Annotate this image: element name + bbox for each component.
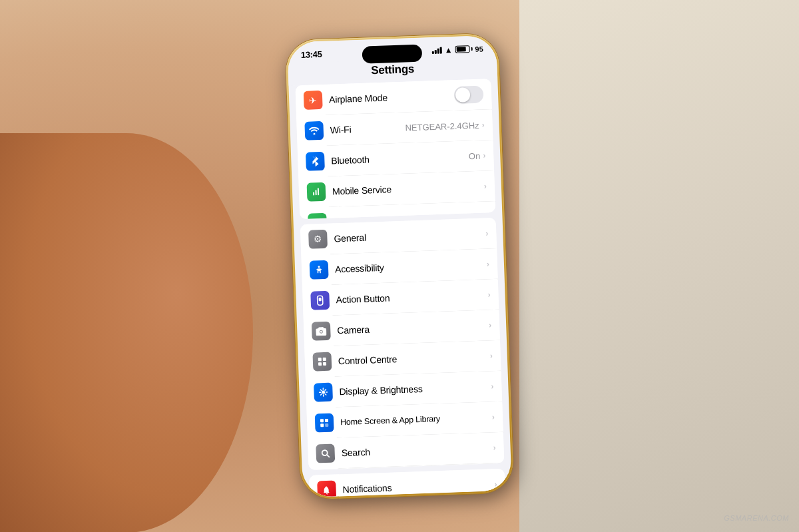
camera-icon: [312, 321, 331, 340]
wifi-icon: [304, 121, 324, 140]
hand-holding-phone: [0, 133, 253, 532]
bluetooth-icon: [306, 151, 325, 170]
dynamic-island: [362, 44, 422, 63]
svg-point-16: [322, 390, 325, 394]
accessibility-chevron: ›: [487, 259, 489, 268]
svg-rect-9: [319, 298, 322, 301]
signal-bar-2: [435, 49, 437, 53]
search-label: Search: [341, 442, 493, 458]
control-centre-icon: [312, 352, 332, 371]
svg-line-22: [325, 394, 326, 394]
airplane-mode-toggle[interactable]: [454, 85, 484, 104]
wifi-chevron: ›: [481, 120, 484, 129]
general-chevron: ›: [485, 228, 488, 238]
general-label: General: [334, 228, 485, 244]
signal-bar-1: [432, 51, 434, 53]
notifications-icon: [317, 480, 336, 497]
action-button-icon: [310, 290, 330, 310]
wifi-status-icon: ▲: [444, 45, 452, 54]
status-icons: ▲ 95: [431, 43, 483, 55]
signal-bar-3: [437, 48, 439, 53]
phone-frame: 13:45 ▲ 95: [285, 33, 514, 499]
svg-line-23: [325, 389, 326, 390]
page-title: Settings: [371, 63, 414, 77]
bluetooth-chevron: ›: [483, 150, 485, 160]
svg-line-24: [321, 394, 322, 394]
wifi-label: Wi-Fi: [330, 122, 405, 135]
action-button-label: Action Button: [336, 289, 487, 305]
display-brightness-icon: [314, 382, 333, 401]
phone-wrapper: 13:45 ▲ 95: [285, 33, 514, 499]
general-icon: ⚙: [308, 229, 328, 248]
watermark: GSMARENA.COM: [724, 514, 789, 522]
svg-rect-28: [325, 423, 328, 426]
accessibility-label: Accessibility: [335, 258, 487, 274]
bluetooth-value: On: [469, 150, 481, 161]
status-time: 13:45: [301, 49, 322, 59]
battery-status-icon: [455, 45, 472, 53]
bluetooth-label: Bluetooth: [331, 150, 469, 166]
svg-line-21: [320, 390, 321, 390]
mobile-service-chevron: ›: [484, 181, 487, 190]
airplane-mode-label: Airplane Mode: [329, 89, 454, 105]
svg-rect-27: [320, 423, 324, 427]
search-chevron: ›: [493, 443, 495, 452]
svg-rect-26: [325, 418, 328, 421]
mobile-service-label: Mobile Service: [332, 180, 484, 196]
notifications-chevron: ›: [494, 479, 497, 488]
action-button-chevron: ›: [487, 290, 490, 299]
airplane-mode-icon: ✈: [304, 90, 323, 109]
svg-rect-15: [323, 362, 326, 365]
svg-rect-0: [313, 192, 314, 195]
background-right: [519, 0, 799, 532]
control-centre-label: Control Centre: [338, 350, 490, 366]
camera-label: Camera: [337, 320, 489, 336]
personal-hotspot-icon: [308, 212, 327, 218]
svg-rect-14: [318, 362, 322, 366]
search-icon: [316, 443, 335, 463]
svg-rect-1: [315, 190, 316, 195]
settings-content: ✈ Airplane Mode: [288, 78, 511, 497]
notifications-section: Notifications ›: [309, 468, 505, 497]
wifi-value: NETGEAR-2.4GHz: [405, 120, 479, 133]
svg-rect-12: [318, 358, 322, 361]
svg-rect-2: [318, 188, 319, 195]
phone-screen: 13:45 ▲ 95: [287, 35, 512, 497]
home-screen-label: Home Screen & App Library: [340, 412, 492, 427]
mobile-service-icon: [307, 182, 326, 201]
display-brightness-chevron: ›: [491, 382, 493, 391]
home-screen-chevron: ›: [492, 412, 495, 421]
notifications-label: Notifications: [342, 478, 494, 494]
svg-rect-13: [323, 357, 326, 360]
signal-bar-4: [439, 47, 441, 53]
accessibility-icon: [310, 260, 329, 279]
svg-point-7: [318, 266, 320, 268]
battery-percentage: 95: [475, 44, 483, 52]
connectivity-section: ✈ Airplane Mode: [295, 79, 495, 219]
svg-line-30: [327, 455, 329, 457]
signal-bars-icon: [431, 47, 441, 54]
personal-hotspot-label: Personal Hotspot: [333, 212, 471, 219]
general-settings-section: ⚙ General › Accessibility ›: [300, 217, 505, 469]
display-brightness-label: Display & Brightness: [339, 381, 491, 397]
control-centre-chevron: ›: [490, 351, 493, 360]
camera-chevron: ›: [489, 320, 491, 330]
home-screen-icon: [315, 413, 334, 432]
svg-rect-25: [320, 419, 324, 422]
notifications-row[interactable]: Notifications ›: [309, 468, 505, 497]
